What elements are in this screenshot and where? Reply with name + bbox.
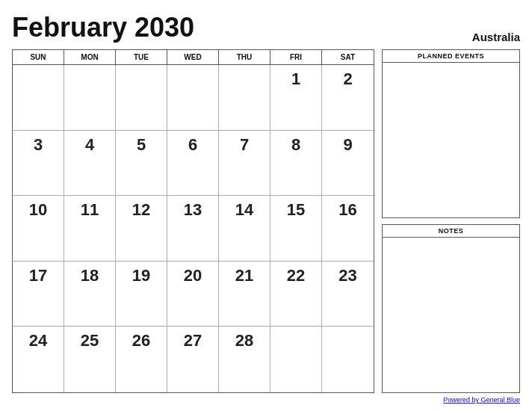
day-cell: 3 [13,131,64,197]
day-cell: 19 [116,262,167,327]
day-cell: 15 [270,196,322,262]
month-title: February 2030 [12,12,194,43]
day-cell: 5 [116,131,167,197]
day-cell: 11 [64,196,116,262]
planned-events-label: PLANNED EVENTS [383,50,519,63]
day-cell: 24 [13,327,64,392]
day-cell [116,65,167,131]
notes-box: NOTES [382,224,520,393]
day-cell: 7 [219,131,270,197]
day-cell: 27 [167,327,219,392]
dow-cell: THU [219,50,270,64]
day-cell [270,327,322,392]
day-cell: 16 [322,196,374,262]
day-cell: 14 [219,196,270,262]
day-cell: 23 [322,262,374,327]
day-cell: 9 [322,131,374,197]
footer: Powered by General Blue [12,396,520,404]
dow-cell: SAT [322,50,374,64]
page: February 2030 Australia SUNMONTUEWEDTHUF… [0,0,532,411]
day-cell: 20 [167,262,219,327]
day-cell: 6 [167,131,219,197]
dow-cell: TUE [116,50,167,64]
day-cell: 22 [270,262,322,327]
day-cell: 28 [219,327,270,392]
notes-content [383,238,519,392]
notes-label: NOTES [383,225,519,238]
days-grid: 1234567891011121314151617181920212223242… [13,65,374,392]
day-cell [64,65,116,131]
day-cell: 21 [219,262,270,327]
day-cell [13,65,64,131]
sidebar: PLANNED EVENTS NOTES [382,49,520,393]
day-cell [322,327,374,392]
day-cell [167,65,219,131]
day-cell: 12 [116,196,167,262]
dow-cell: WED [167,50,219,64]
day-cell: 2 [322,65,374,131]
day-cell: 13 [167,196,219,262]
calendar: SUNMONTUEWEDTHUFRISAT 123456789101112131… [12,49,374,393]
country-label: Australia [472,31,520,43]
day-cell: 1 [270,65,322,131]
powered-by-link[interactable]: Powered by General Blue [443,396,520,404]
day-cell: 18 [64,262,116,327]
day-cell: 25 [64,327,116,392]
day-cell: 10 [13,196,64,262]
day-cell [219,65,270,131]
planned-events-box: PLANNED EVENTS [382,49,520,218]
main-content: SUNMONTUEWEDTHUFRISAT 123456789101112131… [12,49,520,393]
day-cell: 8 [270,131,322,197]
dow-cell: MON [64,50,116,64]
day-cell: 26 [116,327,167,392]
days-of-week-row: SUNMONTUEWEDTHUFRISAT [13,50,374,65]
day-cell: 17 [13,262,64,327]
planned-events-content [383,63,519,217]
dow-cell: SUN [13,50,64,64]
header: February 2030 Australia [12,12,520,43]
day-cell: 4 [64,131,116,197]
dow-cell: FRI [270,50,322,64]
